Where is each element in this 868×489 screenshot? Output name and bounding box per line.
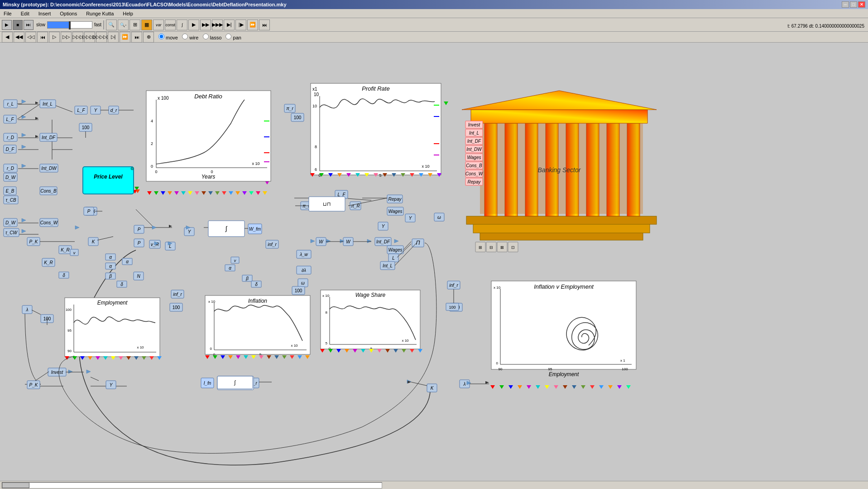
svg-text:Int_DF: Int_DF bbox=[376, 239, 390, 244]
hscrollbar[interactable] bbox=[2, 482, 382, 489]
back4-button[interactable]: ⏮ bbox=[37, 32, 48, 43]
maximize-button[interactable]: □ bbox=[850, 1, 857, 8]
close-button[interactable]: ✕ bbox=[858, 1, 865, 8]
svg-text:Int_L: Int_L bbox=[43, 102, 53, 107]
svg-text:x 100: x 100 bbox=[158, 96, 169, 101]
step3-button[interactable]: ▶▶▶ bbox=[212, 19, 223, 30]
zoom-in-button[interactable]: 🔍 bbox=[106, 19, 117, 30]
svg-text:100: 100 bbox=[295, 288, 302, 293]
svg-text:Cons_B: Cons_B bbox=[466, 163, 482, 168]
const-button[interactable]: const bbox=[165, 19, 176, 30]
svg-text:I_fn: I_fn bbox=[204, 381, 211, 386]
var-button[interactable]: var bbox=[153, 19, 164, 30]
menu-help[interactable]: Help bbox=[121, 10, 135, 17]
menu-runge-kutta[interactable]: Runge Kutta bbox=[84, 10, 115, 17]
svg-text:90: 90 bbox=[499, 367, 503, 371]
svg-text:5: 5 bbox=[326, 341, 328, 345]
fwd7-button[interactable]: ⏩ bbox=[120, 32, 130, 43]
step6-button[interactable]: ⏩ bbox=[247, 19, 258, 30]
play-button[interactable]: ▶ bbox=[2, 20, 12, 30]
svg-text:10: 10 bbox=[314, 92, 319, 97]
svg-text:x1: x1 bbox=[312, 87, 317, 92]
svg-text:τ_CW: τ_CW bbox=[5, 230, 18, 235]
svg-text:x 10: x 10 bbox=[494, 286, 501, 290]
svg-text:P: P bbox=[138, 227, 141, 232]
fwd6-button[interactable]: ▷| bbox=[108, 32, 119, 43]
svg-text:δ: δ bbox=[255, 282, 258, 287]
svg-text:Cons_W: Cons_W bbox=[40, 220, 58, 225]
func-button[interactable]: ∫ bbox=[177, 19, 187, 30]
toolbar-row1: ▶ ■ ⏭ slow fast 🔍 🔍- ⊞ ▦ var const ∫ ▶ ▶… bbox=[0, 18, 868, 32]
step-button[interactable]: ⏭ bbox=[24, 20, 34, 30]
step4-button[interactable]: ▶| bbox=[224, 19, 235, 30]
svg-text:Wages: Wages bbox=[467, 155, 481, 160]
zoom-fit-button[interactable]: ⊞ bbox=[129, 19, 140, 30]
svg-text:2: 2 bbox=[151, 141, 153, 146]
step2-button[interactable]: ▶▶ bbox=[200, 19, 211, 30]
mode-pan-label[interactable]: pan bbox=[225, 35, 241, 40]
menu-edit[interactable]: Edit bbox=[19, 10, 31, 17]
menu-options[interactable]: Options bbox=[58, 10, 79, 17]
svg-text:L_F: L_F bbox=[77, 108, 85, 113]
svg-text:W_fm: W_fm bbox=[249, 227, 261, 232]
back3-button[interactable]: ◁◁ bbox=[25, 32, 36, 43]
svg-text:L: L bbox=[392, 256, 395, 261]
svg-text:Repay: Repay bbox=[388, 197, 402, 202]
svg-text:⊠: ⊠ bbox=[500, 245, 504, 250]
toolbar-row2: ◀ ◀◀ ◁◁ ⏮ ▷ ▷▷ ▷▷▷ ▷▷▷▷ ▷▷▷▷▷ ▷| ⏩ ⏭ ⊕ m… bbox=[0, 32, 868, 43]
svg-text:6: 6 bbox=[315, 167, 317, 172]
svg-rect-374 bbox=[480, 232, 643, 240]
svg-text:100: 100 bbox=[622, 367, 628, 371]
step5-button[interactable]: |▶ bbox=[235, 19, 246, 30]
speed-slider-track[interactable] bbox=[47, 21, 92, 29]
zoom-out-button[interactable]: 🔍- bbox=[118, 19, 129, 30]
svg-text:K_R: K_R bbox=[44, 260, 53, 265]
separator1 bbox=[103, 20, 104, 29]
main-canvas[interactable]: r_L L_F Int_L r_D D_F Int_DF r_D D_W Int… bbox=[0, 33, 868, 489]
svg-text:N: N bbox=[137, 274, 140, 279]
mode-move-label[interactable]: move bbox=[158, 35, 178, 40]
stop-button[interactable]: ■ bbox=[13, 20, 23, 30]
svg-text:Profit Rate: Profit Rate bbox=[362, 85, 389, 92]
hscroll-thumb[interactable] bbox=[2, 483, 29, 488]
svg-text:L_F: L_F bbox=[6, 117, 14, 122]
svg-text:95: 95 bbox=[548, 367, 552, 371]
back2-button[interactable]: ◀◀ bbox=[14, 32, 24, 43]
fwd5-button[interactable]: ▷▷▷▷▷ bbox=[96, 32, 107, 43]
mode-wire-label[interactable]: wire bbox=[182, 35, 198, 40]
fwd1-button[interactable]: ▷ bbox=[49, 32, 60, 43]
mode-lasso-radio[interactable] bbox=[203, 34, 209, 39]
svg-text:π_r: π_r bbox=[286, 106, 293, 111]
mode-move-radio[interactable] bbox=[158, 34, 164, 39]
fwd3-button[interactable]: ▷▷▷ bbox=[72, 32, 83, 43]
svg-text:8: 8 bbox=[315, 145, 317, 149]
svg-text:x 10: x 10 bbox=[291, 344, 298, 348]
svg-text:D_W: D_W bbox=[5, 220, 16, 225]
mode-pan-radio[interactable] bbox=[225, 34, 231, 39]
step1-button[interactable]: ▶ bbox=[188, 19, 199, 30]
histogram-button[interactable]: ▦ bbox=[141, 19, 152, 30]
svg-text:Repay: Repay bbox=[468, 179, 481, 184]
svg-text:Wage Share: Wage Share bbox=[355, 292, 386, 298]
mode-wire-radio[interactable] bbox=[182, 34, 188, 39]
svg-text:r_L: r_L bbox=[7, 102, 14, 107]
svg-rect-274 bbox=[491, 281, 636, 369]
back1-button[interactable]: ◀ bbox=[2, 32, 13, 43]
menu-insert[interactable]: Insert bbox=[37, 10, 53, 17]
minimize-button[interactable]: ─ bbox=[842, 1, 849, 8]
svg-text:Inflation: Inflation bbox=[248, 298, 267, 304]
svg-text:Inflation v Employment: Inflation v Employment bbox=[534, 283, 594, 290]
fwd9-button[interactable]: ⊕ bbox=[143, 32, 154, 43]
fwd8-button[interactable]: ⏭ bbox=[131, 32, 142, 43]
speed-slider-thumb[interactable] bbox=[69, 21, 71, 29]
mode-lasso-label[interactable]: lasso bbox=[203, 35, 222, 40]
menu-file[interactable]: File bbox=[2, 10, 14, 17]
svg-text:100: 100 bbox=[294, 115, 302, 120]
svg-text:90: 90 bbox=[67, 349, 72, 353]
svg-text:τ_CB: τ_CB bbox=[5, 198, 16, 203]
speed-slow-label: slow bbox=[36, 22, 45, 27]
step7-button[interactable]: ⏭ bbox=[259, 19, 270, 30]
svg-text:⊟: ⊟ bbox=[489, 245, 493, 250]
svg-text:0: 0 bbox=[496, 361, 499, 365]
fwd2-button[interactable]: ▷▷ bbox=[61, 32, 72, 43]
